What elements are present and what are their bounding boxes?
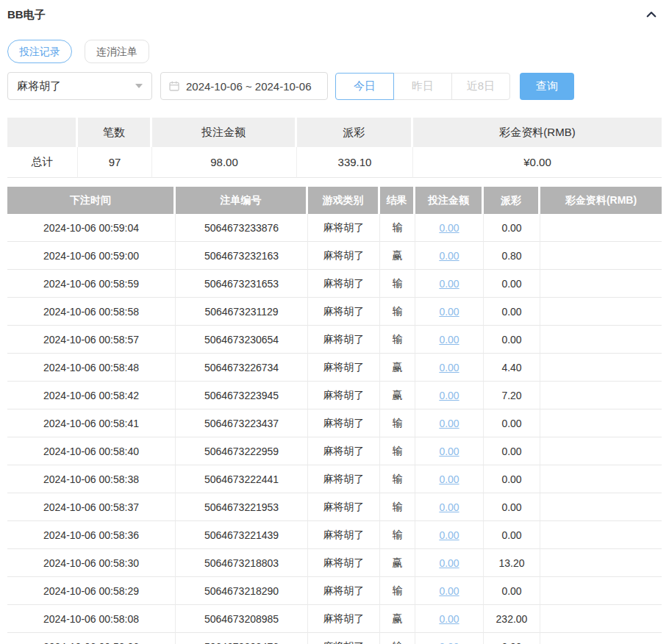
bet-amount-link[interactable]: 0.00 (439, 250, 459, 262)
yesterday-button[interactable]: 昨日 (393, 73, 452, 100)
game-type-cell: 麻将胡了 (308, 214, 380, 242)
bet-number-cell: 5064673222959 (176, 437, 308, 465)
bet-amount-cell: 0.00 (415, 354, 484, 382)
table-row: 2024-10-06 00:58:425064673223945麻将胡了赢0.0… (7, 382, 662, 409)
bet-amount-link[interactable]: 0.00 (439, 278, 459, 290)
payout-cell: 0.80 (484, 242, 540, 270)
bet-amount-link[interactable]: 0.00 (439, 613, 459, 625)
query-button[interactable]: 查询 (520, 73, 574, 100)
bet-amount-cell: 0.00 (415, 605, 484, 633)
table-row: 2024-10-06 00:59:005064673232163麻将胡了赢0.0… (7, 242, 662, 270)
result-cell: 输 (380, 493, 415, 521)
panel-header: BB电子 (7, 7, 662, 22)
records-header-bet-amount: 投注金额 (415, 187, 484, 214)
payout-cell: 232.00 (484, 605, 540, 633)
table-row: 2024-10-06 00:58:365064673221439麻将胡了输0.0… (7, 521, 662, 549)
bet-time-cell: 2024-10-06 00:58:29 (7, 577, 176, 605)
date-range-value: 2024-10-06 ~ 2024-10-06 (186, 80, 312, 93)
result-cell: 输 (380, 437, 415, 465)
bet-number-cell: 5064673223945 (176, 382, 308, 409)
jackpot-cell (540, 577, 662, 605)
game-type-cell: 麻将胡了 (308, 633, 380, 644)
result-cell: 输 (380, 409, 415, 437)
jackpot-cell (540, 493, 662, 521)
summary-header-count: 笔数 (78, 118, 152, 147)
bet-number-cell: 5064673218290 (176, 577, 308, 605)
chevron-up-icon (645, 8, 658, 21)
bet-amount-cell: 0.00 (415, 549, 484, 577)
table-row: 2024-10-06 00:58:295064673218290麻将胡了输0.0… (7, 577, 662, 605)
table-row: 2024-10-06 00:58:065064673208476麻将胡了输0.0… (7, 633, 662, 644)
records-header-bet-time: 下注时间 (7, 187, 176, 214)
bet-amount-link[interactable]: 0.00 (439, 501, 459, 513)
result-cell: 赢 (380, 354, 415, 382)
table-row: 2024-10-06 00:58:405064673222959麻将胡了输0.0… (7, 437, 662, 465)
tab-cancelled-bets[interactable]: 连消注单 (85, 40, 149, 63)
summary-header-empty (7, 118, 78, 147)
payout-cell: 0.00 (484, 409, 540, 437)
bet-amount-cell: 0.00 (415, 214, 484, 242)
payout-cell: 0.00 (484, 633, 540, 644)
result-cell: 输 (380, 521, 415, 549)
game-type-cell: 麻将胡了 (308, 382, 380, 409)
jackpot-cell (540, 521, 662, 549)
result-cell: 输 (380, 270, 415, 298)
summary-total-bet-amount: 98.00 (152, 147, 297, 178)
jackpot-cell (540, 242, 662, 270)
bet-amount-cell: 0.00 (415, 437, 484, 465)
bet-number-cell: 5064673208985 (176, 605, 308, 633)
summary-total-label: 总计 (7, 147, 78, 178)
bet-amount-cell: 0.00 (415, 493, 484, 521)
payout-cell: 0.00 (484, 521, 540, 549)
table-row: 2024-10-06 00:58:485064673226734麻将胡了赢0.0… (7, 354, 662, 382)
bet-amount-link[interactable]: 0.00 (439, 557, 459, 569)
result-cell: 输 (380, 214, 415, 242)
last-8-days-button[interactable]: 近8日 (451, 73, 510, 100)
bet-amount-link[interactable]: 0.00 (439, 222, 459, 234)
bet-amount-link[interactable]: 0.00 (439, 529, 459, 541)
table-row: 2024-10-06 00:58:595064673231653麻将胡了输0.0… (7, 270, 662, 298)
payout-cell: 0.00 (484, 493, 540, 521)
bet-number-cell: 5064673233876 (176, 214, 308, 242)
bet-amount-link[interactable]: 0.00 (439, 446, 459, 457)
bet-amount-link[interactable]: 0.00 (439, 418, 459, 429)
bet-amount-link[interactable]: 0.00 (439, 334, 459, 346)
today-button[interactable]: 今日 (335, 73, 394, 100)
game-type-cell: 麻将胡了 (308, 493, 380, 521)
bet-amount-link[interactable]: 0.00 (439, 362, 459, 373)
result-cell: 赢 (380, 382, 415, 409)
table-row: 2024-10-06 00:58:415064673223437麻将胡了输0.0… (7, 409, 662, 437)
table-row: 2024-10-06 00:59:045064673233876麻将胡了输0.0… (7, 214, 662, 242)
bet-number-cell: 5064673231653 (176, 270, 308, 298)
table-row: 2024-10-06 00:58:385064673222441麻将胡了输0.0… (7, 465, 662, 493)
game-type-cell: 麻将胡了 (308, 270, 380, 298)
result-cell: 输 (380, 633, 415, 644)
result-cell: 赢 (380, 549, 415, 577)
tab-betting-records[interactable]: 投注记录 (7, 40, 72, 63)
bet-number-cell: 5064673232163 (176, 242, 308, 270)
game-type-cell: 麻将胡了 (308, 326, 380, 354)
bet-amount-link[interactable]: 0.00 (439, 641, 459, 644)
bet-amount-cell: 0.00 (415, 326, 484, 354)
bet-amount-cell: 0.00 (415, 298, 484, 326)
bet-number-cell: 5064673223437 (176, 409, 308, 437)
bet-amount-link[interactable]: 0.00 (439, 585, 459, 597)
game-select[interactable]: 麻将胡了 (7, 72, 152, 100)
bet-amount-link[interactable]: 0.00 (439, 473, 459, 485)
summary-total-jackpot: ¥0.00 (413, 147, 662, 178)
summary-total-count: 97 (78, 147, 152, 178)
bet-number-cell: 5064673218803 (176, 549, 308, 577)
date-range-picker[interactable]: 2024-10-06 ~ 2024-10-06 (160, 72, 328, 100)
table-row: 2024-10-06 00:58:085064673208985麻将胡了赢0.0… (7, 605, 662, 633)
records-header-bet-number: 注单编号 (176, 187, 308, 214)
jackpot-cell (540, 409, 662, 437)
result-cell: 赢 (380, 242, 415, 270)
summary-header-jackpot: 彩金资料(RMB) (413, 118, 662, 147)
page-title: BB电子 (7, 8, 46, 22)
bet-amount-link[interactable]: 0.00 (439, 306, 459, 318)
jackpot-cell (540, 326, 662, 354)
table-row: 2024-10-06 00:58:305064673218803麻将胡了赢0.0… (7, 549, 662, 577)
collapse-panel-button[interactable] (643, 6, 660, 24)
quick-date-buttons: 今日 昨日 近8日 (335, 73, 510, 100)
bet-amount-link[interactable]: 0.00 (439, 390, 459, 401)
